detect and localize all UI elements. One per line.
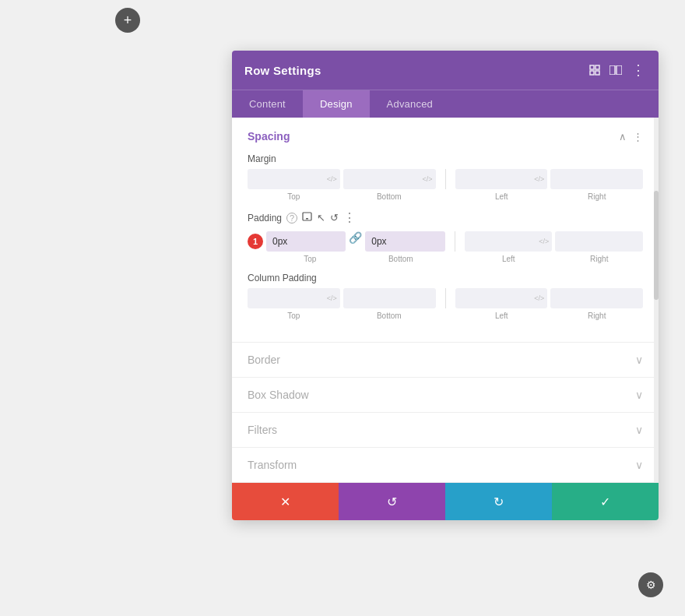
svg-rect-0 xyxy=(590,65,594,69)
padding-bottom-wrapper xyxy=(365,231,444,252)
col-padding-right-input[interactable] xyxy=(550,288,643,308)
padding-right-input[interactable] xyxy=(555,231,643,252)
settings-fab[interactable]: ⚙ xyxy=(638,572,663,597)
svg-rect-7 xyxy=(306,218,308,220)
padding-group: Padding ? ↖ ↺ ⋮ xyxy=(248,210,643,263)
margin-right-wrapper xyxy=(550,169,643,189)
padding-separator xyxy=(455,231,455,252)
border-chevron-icon: ∨ xyxy=(635,354,643,366)
margin-top-label: Top xyxy=(248,192,340,201)
margin-separator xyxy=(445,169,446,189)
padding-title: Padding xyxy=(248,213,282,224)
col-padding-right-label: Right xyxy=(551,312,644,320)
bottom-bar: ✕ ↺ ↻ ✓ xyxy=(232,483,659,520)
padding-bottom-input[interactable] xyxy=(365,231,444,252)
spacing-title: Spacing xyxy=(248,130,290,143)
col-padding-right-wrapper xyxy=(550,288,643,308)
padding-label-row: Padding ? ↖ ↺ ⋮ xyxy=(248,210,643,225)
margin-inputs: </> </> </> xyxy=(248,169,643,189)
padding-icons: ? ↖ ↺ ⋮ xyxy=(286,210,356,225)
scrollbar-thumb[interactable] xyxy=(654,191,659,301)
columns-icon[interactable] xyxy=(609,65,622,75)
col-padding-right-pair: </> xyxy=(455,288,644,308)
margin-label: Margin xyxy=(248,153,643,164)
margin-right-pair: </> xyxy=(455,169,644,189)
padding-left-wrapper: </> xyxy=(465,231,553,252)
margin-left-label: Left xyxy=(455,192,548,201)
tab-design[interactable]: Design xyxy=(303,90,370,118)
padding-inputs: 1 🔗 </> xyxy=(248,231,643,252)
spacing-more-icon[interactable]: ⋮ xyxy=(633,131,643,143)
redo-icon: ↻ xyxy=(494,495,504,509)
padding-more-icon[interactable]: ⋮ xyxy=(343,210,356,225)
save-icon: ✓ xyxy=(600,495,610,509)
box-shadow-title: Box Shadow xyxy=(248,389,309,401)
column-padding-inputs: </> </> xyxy=(248,288,643,308)
transform-section[interactable]: Transform ∨ xyxy=(232,448,659,483)
padding-help-icon[interactable]: ? xyxy=(286,213,297,224)
margin-left-pair: </> </> xyxy=(248,169,436,189)
col-padding-bottom-label: Bottom xyxy=(343,312,436,320)
margin-labels: Top Bottom Left Right xyxy=(248,192,643,201)
filters-chevron-icon: ∨ xyxy=(635,424,643,436)
save-button[interactable]: ✓ xyxy=(552,483,659,520)
column-padding-group: Column Padding </> xyxy=(248,273,643,320)
box-shadow-chevron-icon: ∨ xyxy=(635,389,643,401)
filters-section[interactable]: Filters ∨ xyxy=(232,413,659,448)
filters-title: Filters xyxy=(248,424,277,436)
padding-badge: 1 xyxy=(248,234,263,249)
col-padding-bottom-input[interactable] xyxy=(343,288,436,308)
border-title: Border xyxy=(248,354,280,366)
padding-cursor-icon[interactable]: ↖ xyxy=(317,212,325,224)
cancel-button[interactable]: ✕ xyxy=(232,483,339,520)
margin-top-wrapper: </> xyxy=(248,169,340,189)
tab-content[interactable]: Content xyxy=(232,90,303,118)
padding-reset-icon[interactable]: ↺ xyxy=(330,212,339,224)
col-padding-left-code-icon[interactable]: </> xyxy=(534,294,544,302)
padding-top-input[interactable] xyxy=(266,231,346,252)
collapse-icon[interactable]: ∧ xyxy=(619,131,627,143)
panel-body: Spacing ∧ ⋮ Margin </> xyxy=(232,118,659,483)
padding-left-code-icon[interactable]: </> xyxy=(539,238,549,245)
col-padding-left-wrapper: </> xyxy=(455,288,548,308)
header-icons: ⋮ xyxy=(589,62,646,79)
col-padding-top-code-icon[interactable]: </> xyxy=(327,294,337,302)
padding-right-label: Right xyxy=(556,255,644,263)
add-button[interactable]: + xyxy=(115,8,140,33)
spacing-section: Spacing ∧ ⋮ Margin </> xyxy=(232,118,659,343)
svg-rect-4 xyxy=(609,65,615,75)
col-padding-field-labels: Top Bottom Left Right xyxy=(248,312,643,320)
col-padding-left-label: Left xyxy=(455,312,548,320)
col-padding-top-wrapper: </> xyxy=(248,288,340,308)
margin-bottom-wrapper: </> xyxy=(343,169,436,189)
column-padding-label: Column Padding xyxy=(248,273,643,283)
margin-bottom-code-icon[interactable]: </> xyxy=(422,175,432,183)
redo-button[interactable]: ↻ xyxy=(445,483,552,520)
svg-rect-5 xyxy=(616,65,622,75)
cancel-icon: ✕ xyxy=(280,495,290,509)
margin-right-input[interactable] xyxy=(550,169,643,189)
more-options-icon[interactable]: ⋮ xyxy=(631,62,646,79)
margin-top-code-icon[interactable]: </> xyxy=(327,175,337,183)
tab-advanced[interactable]: Advanced xyxy=(370,90,450,118)
col-padding-separator xyxy=(445,288,446,308)
padding-right-pair: </> xyxy=(465,231,644,252)
margin-bottom-label: Bottom xyxy=(343,192,436,201)
scrollbar-track xyxy=(654,118,659,483)
padding-link-icon[interactable]: 🔗 xyxy=(349,231,362,252)
margin-group: Margin </> </> xyxy=(248,153,643,201)
settings-icon: ⚙ xyxy=(646,579,656,591)
border-section[interactable]: Border ∨ xyxy=(232,343,659,378)
spacing-section-header: Spacing ∧ ⋮ xyxy=(248,130,643,143)
panel-header: Row Settings ⋮ xyxy=(232,51,659,90)
expand-icon[interactable] xyxy=(589,65,600,76)
box-shadow-section[interactable]: Box Shadow ∨ xyxy=(232,378,659,413)
margin-left-wrapper: </> xyxy=(455,169,548,189)
padding-device-icon[interactable] xyxy=(302,212,312,224)
margin-left-code-icon[interactable]: </> xyxy=(534,175,544,183)
margin-right-label: Right xyxy=(551,192,644,201)
col-padding-top-label: Top xyxy=(248,312,340,320)
undo-button[interactable]: ↺ xyxy=(339,483,445,520)
transform-chevron-icon: ∨ xyxy=(635,459,643,471)
padding-left-label: Left xyxy=(465,255,553,263)
